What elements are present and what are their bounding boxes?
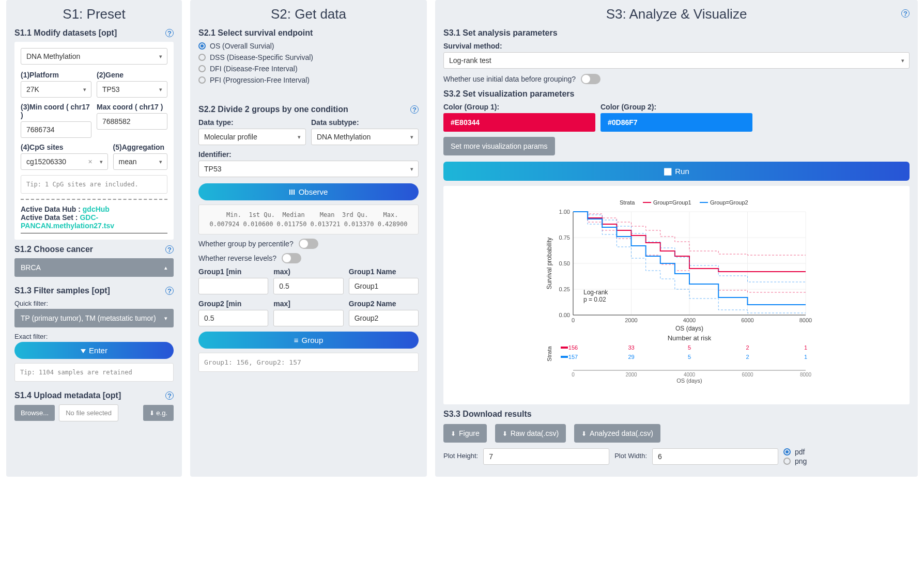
svg-text:4000: 4000	[683, 317, 696, 323]
chart-icon	[664, 167, 672, 176]
help-icon[interactable]: ?	[165, 287, 174, 295]
svg-text:0.25: 0.25	[559, 286, 570, 292]
svg-text:2000: 2000	[625, 317, 637, 323]
plot-height-input[interactable]	[483, 448, 609, 465]
stats-summary: Min. 1st Qu. Median Mean 3rd Qu. Max. 0.…	[198, 205, 419, 234]
svg-text:4000: 4000	[684, 372, 696, 378]
s32-header: S3.2 Set visualization parameters	[443, 89, 910, 99]
download-icon	[502, 429, 507, 437]
png-radio[interactable]: png	[783, 457, 910, 465]
gene-select[interactable]: TP53	[97, 81, 167, 98]
svg-text:8000: 8000	[800, 372, 812, 378]
endpoint-radio-2[interactable]: DFI (Disease-Free Interval)	[198, 65, 419, 73]
help-icon[interactable]: ?	[410, 105, 419, 114]
group-button[interactable]: Group	[198, 332, 419, 349]
svg-text:1: 1	[804, 344, 807, 351]
svg-text:Strata: Strata	[546, 346, 552, 361]
endpoint-radio-0[interactable]: OS (Overall Survial)	[198, 42, 419, 50]
cancer-select[interactable]: BRCA	[14, 258, 174, 277]
survival-method-select[interactable]: Log-rank test	[443, 52, 910, 69]
min-coord-input[interactable]	[21, 121, 91, 138]
radio-icon	[198, 76, 206, 84]
enter-button[interactable]: Enter	[14, 342, 174, 359]
svg-text:Group=Group1: Group=Group1	[653, 199, 691, 206]
data-subtype-select[interactable]: DNA Methylation	[311, 129, 419, 145]
color2-input[interactable]	[600, 113, 752, 132]
download-icon	[451, 429, 456, 437]
download-analyzed-button[interactable]: Analyzed data(.csv)	[574, 424, 660, 443]
group2-name-input[interactable]	[349, 310, 419, 326]
observe-button[interactable]: Observe	[198, 183, 419, 200]
help-icon[interactable]: ?	[901, 9, 910, 18]
file-name-display: No file selected	[59, 404, 118, 421]
svg-text:29: 29	[628, 354, 634, 360]
svg-text:Group=Group2: Group=Group2	[710, 199, 748, 206]
svg-text:33: 33	[628, 344, 634, 351]
svg-text:0.50: 0.50	[559, 260, 570, 266]
active-hub-line: Active Data Hub : gdcHub	[21, 205, 167, 213]
group2-max-input[interactable]	[273, 310, 343, 326]
s33-header: S3.3 Download results	[443, 410, 910, 419]
panel-s3-analyze: S3: Analyze & Visualize ? S3.1 Set analy…	[435, 0, 918, 477]
browse-button[interactable]: Browse...	[14, 405, 55, 421]
panel-s1-preset: S1: Preset S1.1 Modify datasets [opt] ? …	[6, 0, 182, 477]
svg-text:156: 156	[568, 344, 578, 351]
platform-select[interactable]: 27K	[21, 81, 91, 98]
data-type-select[interactable]: Molecular profile	[198, 129, 306, 145]
more-viz-params-button[interactable]: Set more visualization params	[443, 137, 555, 155]
cpg-sites-input[interactable]	[21, 153, 108, 170]
svg-text:p = 0.02: p = 0.02	[583, 296, 606, 303]
group1-name-input[interactable]	[349, 278, 419, 294]
svg-text:Log-rank: Log-rank	[583, 289, 608, 296]
color1-input[interactable]	[443, 113, 595, 132]
svg-text:5: 5	[688, 354, 691, 360]
identifier-select[interactable]: TP53	[198, 161, 419, 177]
aggregation-select[interactable]: mean	[113, 153, 167, 170]
svg-text:0: 0	[572, 372, 575, 378]
group1-max-input[interactable]	[273, 278, 343, 294]
s14-header: S1.4 Upload metadata [opt] ?	[14, 391, 174, 400]
download-figure-button[interactable]: Figure	[443, 424, 487, 443]
endpoint-radio-1[interactable]: DSS (Disease-Specific Survival)	[198, 53, 419, 61]
download-raw-button[interactable]: Raw data(.csv)	[495, 424, 566, 443]
max-coord-input[interactable]	[97, 113, 167, 130]
svg-text:6000: 6000	[741, 317, 753, 323]
svg-text:0.75: 0.75	[559, 234, 570, 241]
percentile-toggle[interactable]	[299, 239, 318, 249]
s11-header: S1.1 Modify datasets [opt] ?	[14, 28, 174, 38]
svg-text:1.00: 1.00	[559, 209, 570, 215]
survival-chart-panel: 0.000.250.500.751.0002000400060008000OS …	[443, 186, 910, 404]
plot-width-input[interactable]	[652, 448, 778, 465]
s3-title: S3: Analyze & Visualize ?	[443, 6, 910, 22]
filter-icon	[81, 346, 86, 355]
svg-text:0.00: 0.00	[559, 312, 570, 318]
svg-text:Number at risk: Number at risk	[668, 334, 712, 342]
eg-button[interactable]: e.g.	[143, 405, 174, 421]
radio-icon	[198, 54, 206, 61]
help-icon[interactable]: ?	[165, 391, 174, 400]
group2-min-input[interactable]	[198, 310, 268, 326]
initial-data-toggle[interactable]	[581, 74, 600, 84]
s13-header: S1.3 Filter samples [opt] ?	[14, 286, 174, 295]
reverse-toggle[interactable]	[282, 253, 301, 263]
help-icon[interactable]: ?	[165, 245, 174, 254]
quick-filter-select[interactable]: TP (primary tumor), TM (metastatic tumor…	[14, 309, 174, 327]
radio-icon	[783, 458, 791, 465]
active-set-line: Active Data Set : GDC-PANCAN.methylation…	[21, 213, 167, 230]
s31-header: S3.1 Set analysis parameters	[443, 28, 910, 38]
group1-min-input[interactable]	[198, 278, 268, 294]
s22-header: S2.2 Divide 2 groups by one condition ?	[198, 105, 419, 114]
clear-icon[interactable]: ×	[88, 158, 92, 166]
filter-tip: Tip: 1104 samples are retained	[14, 363, 174, 382]
run-button[interactable]: Run	[443, 162, 910, 181]
svg-text:2: 2	[746, 354, 749, 360]
panel-s2-getdata: S2: Get data S2.1 Select survival endpoi…	[190, 0, 427, 477]
dataset-select[interactable]: DNA Methylation	[21, 48, 167, 65]
endpoint-radio-3[interactable]: PFI (Progression-Free Interval)	[198, 76, 419, 84]
pdf-radio[interactable]: pdf	[783, 448, 910, 456]
s1-title: S1: Preset	[14, 6, 174, 22]
help-icon[interactable]: ?	[165, 29, 174, 37]
s12-header: S1.2 Choose cancer ?	[14, 245, 174, 254]
svg-text:6000: 6000	[742, 372, 753, 378]
cpg-tip: Tip: 1 CpG sites are included.	[21, 175, 167, 194]
